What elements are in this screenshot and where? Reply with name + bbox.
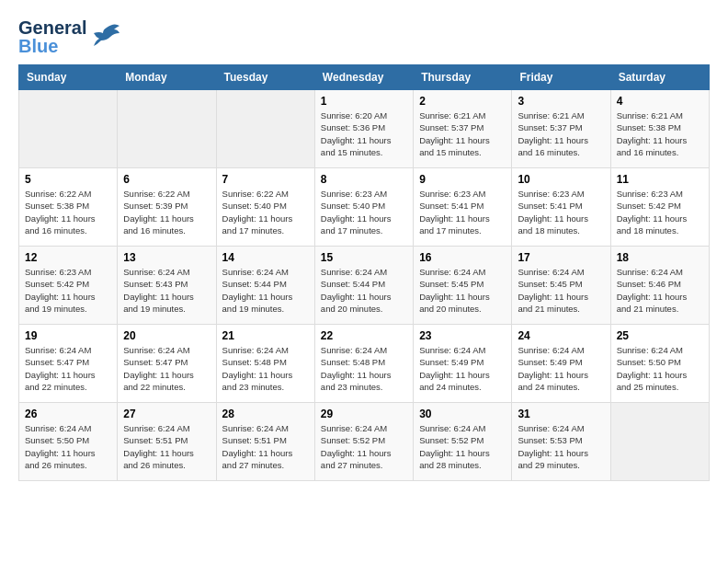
calendar-cell <box>118 90 216 168</box>
day-info: Sunrise: 6:24 AMSunset: 5:49 PMDaylight:… <box>518 344 604 393</box>
header: General Blue <box>18 18 710 55</box>
calendar-week-5: 26Sunrise: 6:24 AMSunset: 5:50 PMDayligh… <box>19 403 710 481</box>
day-number: 7 <box>222 173 309 186</box>
calendar-cell: 31Sunrise: 6:24 AMSunset: 5:53 PMDayligh… <box>512 403 610 481</box>
weekday-header-thursday: Thursday <box>414 65 512 90</box>
day-number: 1 <box>321 95 407 108</box>
day-info: Sunrise: 6:24 AMSunset: 5:43 PMDaylight:… <box>123 266 210 315</box>
day-number: 15 <box>321 251 407 264</box>
day-info: Sunrise: 6:22 AMSunset: 5:39 PMDaylight:… <box>123 188 210 236</box>
calendar-cell: 8Sunrise: 6:23 AMSunset: 5:40 PMDaylight… <box>314 168 413 247</box>
day-info: Sunrise: 6:24 AMSunset: 5:51 PMDaylight:… <box>123 422 210 471</box>
day-info: Sunrise: 6:24 AMSunset: 5:52 PMDaylight:… <box>419 422 506 471</box>
day-info: Sunrise: 6:24 AMSunset: 5:48 PMDaylight:… <box>321 344 407 393</box>
calendar-cell <box>19 90 118 168</box>
day-number: 27 <box>123 408 210 420</box>
weekday-header-monday: Monday <box>118 65 216 90</box>
day-number: 16 <box>419 251 506 264</box>
calendar-week-3: 12Sunrise: 6:23 AMSunset: 5:42 PMDayligh… <box>19 247 710 325</box>
calendar-cell: 17Sunrise: 6:24 AMSunset: 5:45 PMDayligh… <box>512 247 610 325</box>
calendar-cell: 25Sunrise: 6:24 AMSunset: 5:50 PMDayligh… <box>610 325 709 403</box>
calendar-cell: 7Sunrise: 6:22 AMSunset: 5:40 PMDaylight… <box>216 168 314 247</box>
day-number: 29 <box>321 408 407 420</box>
calendar-header-row: SundayMondayTuesdayWednesdayThursdayFrid… <box>19 65 710 90</box>
day-number: 28 <box>222 408 309 420</box>
calendar-cell: 28Sunrise: 6:24 AMSunset: 5:51 PMDayligh… <box>216 403 314 481</box>
day-info: Sunrise: 6:21 AMSunset: 5:38 PMDaylight:… <box>617 109 703 158</box>
weekday-header-saturday: Saturday <box>610 65 709 90</box>
calendar-cell: 23Sunrise: 6:24 AMSunset: 5:49 PMDayligh… <box>414 325 512 403</box>
calendar-cell: 27Sunrise: 6:24 AMSunset: 5:51 PMDayligh… <box>118 403 216 481</box>
day-number: 17 <box>518 251 604 264</box>
day-number: 26 <box>25 408 111 420</box>
day-info: Sunrise: 6:22 AMSunset: 5:40 PMDaylight:… <box>222 188 309 236</box>
day-info: Sunrise: 6:24 AMSunset: 5:45 PMDaylight:… <box>419 266 506 315</box>
calendar-cell: 2Sunrise: 6:21 AMSunset: 5:37 PMDaylight… <box>414 90 512 168</box>
day-info: Sunrise: 6:24 AMSunset: 5:48 PMDaylight:… <box>222 344 309 393</box>
calendar-cell: 3Sunrise: 6:21 AMSunset: 5:37 PMDaylight… <box>512 90 610 168</box>
day-number: 11 <box>617 173 703 186</box>
calendar-cell: 30Sunrise: 6:24 AMSunset: 5:52 PMDayligh… <box>414 403 512 481</box>
day-number: 30 <box>419 408 506 420</box>
day-info: Sunrise: 6:23 AMSunset: 5:42 PMDaylight:… <box>25 266 111 315</box>
calendar-cell: 5Sunrise: 6:22 AMSunset: 5:38 PMDaylight… <box>19 168 118 247</box>
day-info: Sunrise: 6:24 AMSunset: 5:44 PMDaylight:… <box>222 266 309 315</box>
day-number: 19 <box>25 329 111 342</box>
calendar-table: SundayMondayTuesdayWednesdayThursdayFrid… <box>18 64 710 481</box>
logo-general: General <box>18 18 86 37</box>
logo-blue: Blue <box>18 37 86 55</box>
calendar-cell: 20Sunrise: 6:24 AMSunset: 5:47 PMDayligh… <box>118 325 216 403</box>
day-info: Sunrise: 6:24 AMSunset: 5:50 PMDaylight:… <box>25 422 111 471</box>
logo-bird-icon <box>88 20 121 53</box>
day-number: 24 <box>518 329 604 342</box>
calendar-cell: 18Sunrise: 6:24 AMSunset: 5:46 PMDayligh… <box>610 247 709 325</box>
day-number: 21 <box>222 329 309 342</box>
day-number: 2 <box>419 95 506 108</box>
day-number: 13 <box>123 251 210 264</box>
day-number: 18 <box>617 251 703 264</box>
weekday-header-tuesday: Tuesday <box>216 65 314 90</box>
day-info: Sunrise: 6:21 AMSunset: 5:37 PMDaylight:… <box>518 109 604 158</box>
day-info: Sunrise: 6:22 AMSunset: 5:38 PMDaylight:… <box>25 188 111 236</box>
calendar-cell: 22Sunrise: 6:24 AMSunset: 5:48 PMDayligh… <box>314 325 413 403</box>
day-number: 23 <box>419 329 506 342</box>
calendar-cell: 12Sunrise: 6:23 AMSunset: 5:42 PMDayligh… <box>19 247 118 325</box>
day-number: 6 <box>123 173 210 186</box>
day-number: 3 <box>518 95 604 108</box>
day-number: 25 <box>617 329 703 342</box>
calendar-cell: 13Sunrise: 6:24 AMSunset: 5:43 PMDayligh… <box>118 247 216 325</box>
calendar-cell: 24Sunrise: 6:24 AMSunset: 5:49 PMDayligh… <box>512 325 610 403</box>
day-info: Sunrise: 6:24 AMSunset: 5:53 PMDaylight:… <box>518 422 604 471</box>
day-number: 9 <box>419 173 506 186</box>
weekday-header-friday: Friday <box>512 65 610 90</box>
calendar-week-2: 5Sunrise: 6:22 AMSunset: 5:38 PMDaylight… <box>19 168 710 247</box>
weekday-header-sunday: Sunday <box>19 65 118 90</box>
calendar-cell: 6Sunrise: 6:22 AMSunset: 5:39 PMDaylight… <box>118 168 216 247</box>
day-number: 5 <box>25 173 111 186</box>
day-number: 12 <box>25 251 111 264</box>
day-info: Sunrise: 6:23 AMSunset: 5:40 PMDaylight:… <box>321 188 407 236</box>
day-info: Sunrise: 6:24 AMSunset: 5:44 PMDaylight:… <box>321 266 407 315</box>
day-info: Sunrise: 6:21 AMSunset: 5:37 PMDaylight:… <box>419 109 506 158</box>
day-number: 31 <box>518 408 604 420</box>
day-info: Sunrise: 6:24 AMSunset: 5:52 PMDaylight:… <box>321 422 407 471</box>
day-number: 20 <box>123 329 210 342</box>
day-info: Sunrise: 6:24 AMSunset: 5:51 PMDaylight:… <box>222 422 309 471</box>
calendar-page: General Blue SundayMondayTuesdayWednesda… <box>0 0 728 490</box>
day-number: 4 <box>617 95 703 108</box>
calendar-week-4: 19Sunrise: 6:24 AMSunset: 5:47 PMDayligh… <box>19 325 710 403</box>
calendar-cell: 26Sunrise: 6:24 AMSunset: 5:50 PMDayligh… <box>19 403 118 481</box>
calendar-cell: 21Sunrise: 6:24 AMSunset: 5:48 PMDayligh… <box>216 325 314 403</box>
calendar-cell: 29Sunrise: 6:24 AMSunset: 5:52 PMDayligh… <box>314 403 413 481</box>
day-number: 10 <box>518 173 604 186</box>
day-number: 14 <box>222 251 309 264</box>
calendar-cell: 15Sunrise: 6:24 AMSunset: 5:44 PMDayligh… <box>314 247 413 325</box>
day-number: 8 <box>321 173 407 186</box>
day-info: Sunrise: 6:20 AMSunset: 5:36 PMDaylight:… <box>321 109 407 158</box>
calendar-cell: 14Sunrise: 6:24 AMSunset: 5:44 PMDayligh… <box>216 247 314 325</box>
calendar-week-1: 1Sunrise: 6:20 AMSunset: 5:36 PMDaylight… <box>19 90 710 168</box>
weekday-header-wednesday: Wednesday <box>314 65 413 90</box>
day-info: Sunrise: 6:24 AMSunset: 5:47 PMDaylight:… <box>25 344 111 393</box>
day-number: 22 <box>321 329 407 342</box>
calendar-cell: 16Sunrise: 6:24 AMSunset: 5:45 PMDayligh… <box>414 247 512 325</box>
